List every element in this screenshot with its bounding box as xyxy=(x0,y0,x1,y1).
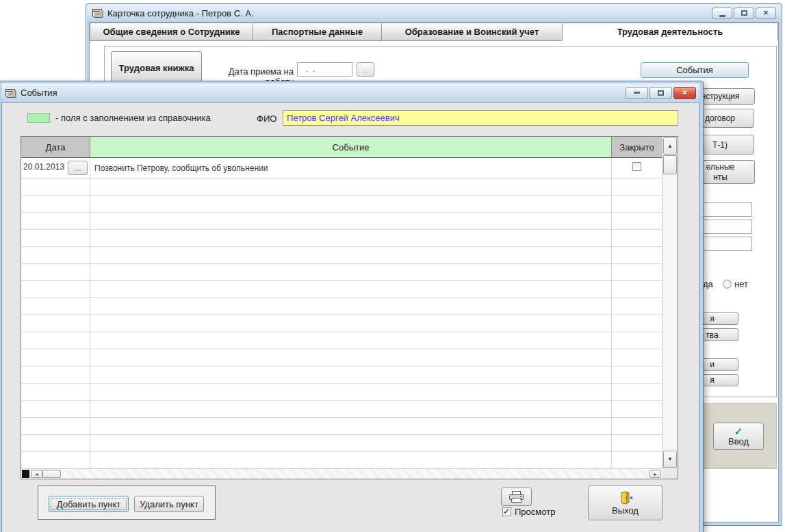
maximize-button[interactable] xyxy=(734,8,754,19)
dialog-close-button[interactable]: ✕ xyxy=(673,87,696,99)
cell-event xyxy=(90,213,612,229)
form-icon xyxy=(5,88,16,98)
cell-closed xyxy=(612,435,662,451)
hire-date-browse-button[interactable]: ... xyxy=(357,62,374,77)
table-row-empty[interactable] xyxy=(21,315,662,332)
cell-date xyxy=(21,196,90,212)
table-row-empty[interactable] xyxy=(21,384,662,401)
table-row-empty[interactable] xyxy=(21,435,662,452)
vertical-scrollbar[interactable]: ▲ ▼ xyxy=(662,137,678,468)
table-row-empty[interactable] xyxy=(21,178,662,196)
tab-education-military[interactable]: Образование и Воинский учет xyxy=(381,23,563,41)
table-row-empty[interactable] xyxy=(21,281,662,298)
closed-checkbox[interactable] xyxy=(632,162,641,171)
table-row-empty[interactable] xyxy=(21,264,662,281)
events-dialog-titlebar[interactable]: События ✕ xyxy=(1,83,699,102)
scroll-left-button[interactable]: ◄ xyxy=(31,470,42,478)
table-row-empty[interactable] xyxy=(21,247,662,264)
right-arrow-icon: ► xyxy=(653,472,658,477)
table-row-empty[interactable] xyxy=(21,418,662,435)
work-book-tab[interactable]: Трудовая книжка xyxy=(111,51,202,84)
cell-date xyxy=(21,332,90,349)
fio-input[interactable]: Петров Сергей Алексеевич xyxy=(283,110,678,126)
hire-date-input[interactable]: . . xyxy=(297,62,352,77)
cell-closed xyxy=(612,247,662,263)
employee-card-titlebar[interactable]: Карточка сотрудника - Петров С. А. ✕ xyxy=(87,5,781,21)
minimize-icon xyxy=(719,15,725,17)
tab-bar: Общие сведения о Сотруднике Паспортные д… xyxy=(90,23,778,41)
close-button[interactable]: ✕ xyxy=(756,8,776,19)
table-row-empty[interactable] xyxy=(21,349,662,367)
table-row-empty[interactable] xyxy=(21,332,662,349)
preview-label: Просмотр xyxy=(515,507,555,517)
printer-icon xyxy=(509,491,524,503)
horizontal-scroll-thumb[interactable] xyxy=(42,470,61,478)
cell-event xyxy=(90,178,612,195)
table-row-empty[interactable] xyxy=(21,401,662,418)
close-icon: ✕ xyxy=(763,10,769,16)
dialog-minimize-button[interactable] xyxy=(626,87,648,99)
tab-general-info[interactable]: Общие сведения о Сотруднике xyxy=(90,23,253,41)
header-date: Дата xyxy=(21,137,90,158)
date-browse-button[interactable]: ... xyxy=(68,161,88,175)
table-row-empty[interactable] xyxy=(21,298,662,315)
window-title: Карточка сотрудника - Петров С. А. xyxy=(107,8,708,18)
table-row-empty[interactable] xyxy=(21,367,662,384)
scroll-down-button[interactable]: ▼ xyxy=(663,451,677,468)
cell-event xyxy=(90,281,612,297)
cell-event xyxy=(90,230,612,246)
cell-event xyxy=(90,367,612,383)
scroll-up-button[interactable]: ▲ xyxy=(663,137,677,155)
additional-documents-line1: ельные xyxy=(706,162,734,172)
minimize-icon xyxy=(634,92,640,94)
cell-date xyxy=(21,298,90,315)
table-row[interactable]: 20.01.2013 ... Позвонить Петрову, сообщи… xyxy=(21,158,662,178)
cell-event[interactable]: Позвонить Петрову, сообщить об увольнени… xyxy=(90,158,612,178)
fio-label: ФИО xyxy=(257,114,276,124)
events-dialog: События ✕ - поля с заполнением из справо… xyxy=(0,81,704,532)
cell-closed xyxy=(612,367,662,383)
scroll-right-button[interactable]: ► xyxy=(649,470,661,478)
minimize-button[interactable] xyxy=(712,8,732,19)
cell-date xyxy=(21,367,90,383)
cell-event xyxy=(90,418,612,434)
add-item-button[interactable]: Добавить пункт xyxy=(49,496,129,512)
form-icon xyxy=(92,8,103,18)
table-header: Дата Событие Закрыто xyxy=(21,137,662,158)
cell-event xyxy=(90,196,612,212)
delete-item-button[interactable]: Удалить пункт xyxy=(134,496,204,512)
radio-no[interactable] xyxy=(723,280,732,289)
tab-work-activity[interactable]: Трудовая деятельность xyxy=(562,23,778,41)
print-button[interactable] xyxy=(501,488,532,506)
cell-closed xyxy=(612,452,662,468)
dialog-maximize-button[interactable] xyxy=(649,87,672,99)
cell-date xyxy=(21,349,90,366)
cell-closed xyxy=(612,178,662,195)
table-row-empty[interactable] xyxy=(21,230,662,247)
events-button[interactable]: События xyxy=(641,62,749,78)
tab-passport-data[interactable]: Паспортные данные xyxy=(253,23,382,41)
cell-date xyxy=(21,452,90,468)
table-row-empty[interactable] xyxy=(21,196,662,213)
cell-event xyxy=(90,384,612,400)
cell-event xyxy=(90,315,612,332)
cell-date xyxy=(21,384,90,400)
cell-event xyxy=(90,401,612,417)
radio-no-label: нет xyxy=(734,279,748,289)
preview-checkbox[interactable] xyxy=(502,507,511,516)
cell-closed xyxy=(612,281,662,297)
cell-date xyxy=(21,178,90,195)
cell-closed xyxy=(612,332,662,349)
table-row-empty[interactable] xyxy=(21,452,662,468)
vertical-scroll-thumb[interactable] xyxy=(663,155,677,174)
cell-date xyxy=(21,315,90,332)
cell-event xyxy=(90,247,612,263)
cell-date[interactable]: 20.01.2013 ... xyxy=(21,158,90,178)
legend-text: - поля с заполнением из справочника xyxy=(55,113,211,123)
exit-button[interactable]: Выход xyxy=(588,486,662,520)
horizontal-scrollbar[interactable]: ◄ ► xyxy=(21,468,662,479)
table-row-empty[interactable] xyxy=(21,213,662,230)
legend-color-swatch xyxy=(27,113,50,123)
cell-closed xyxy=(612,401,662,417)
enter-button[interactable]: ✓ Ввод xyxy=(713,423,764,450)
